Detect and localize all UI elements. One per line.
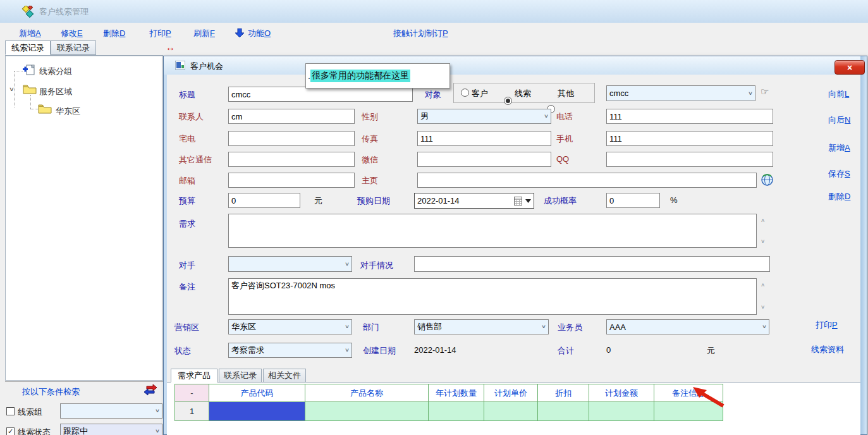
grid-header-product-code: 产品代码	[209, 384, 305, 402]
action-lead-info[interactable]: 线索资料	[811, 344, 844, 355]
wechat-input[interactable]	[417, 152, 551, 167]
grid-cell-annual-qty[interactable]	[429, 402, 484, 421]
home-phone-input[interactable]	[228, 131, 355, 146]
tab-contact-records[interactable]: 联系记录	[51, 40, 96, 55]
wechat-label: 微信	[362, 154, 378, 166]
demand-textarea[interactable]	[228, 214, 757, 248]
remark-label: 备注	[179, 281, 195, 293]
toolbar-item-print[interactable]: 打印P	[149, 28, 171, 39]
tab-related-files[interactable]: 相关文件	[263, 369, 306, 383]
title-input[interactable]: cmcc	[228, 87, 413, 102]
qq-input[interactable]	[606, 152, 773, 167]
remark-scroll-down-icon[interactable]: ∨	[761, 304, 765, 310]
lead-tree-panel	[5, 56, 163, 381]
salesman-label: 业务员	[558, 322, 582, 333]
lead-status-combo[interactable]: 跟踪中∨	[60, 424, 162, 435]
contact-label: 联系人	[179, 111, 204, 123]
radio-lead[interactable]	[504, 97, 512, 105]
other-contact-label: 其它通信	[179, 154, 212, 166]
mobile-label: 手机	[556, 133, 573, 145]
action-add[interactable]: 新增A	[828, 142, 850, 154]
toolbar-item-refresh[interactable]: 刷新F	[193, 28, 215, 39]
tab-lead-records[interactable]: 线索记录	[5, 40, 51, 55]
salesman-combo[interactable]: AAA∨	[606, 319, 769, 334]
budget-label: 预算	[179, 195, 195, 207]
demand-label: 需求	[179, 218, 195, 230]
search-title: 按以下条件检索	[22, 386, 80, 398]
action-next[interactable]: 向后N	[828, 114, 850, 126]
demand-scroll-down-icon[interactable]: ∨	[761, 238, 765, 244]
homepage-input[interactable]	[417, 173, 757, 188]
tree-item-service-region[interactable]: 服务区域	[39, 86, 72, 97]
gender-combo[interactable]: 男∨	[417, 109, 551, 124]
grid-cell-discount[interactable]	[538, 402, 589, 421]
fax-input[interactable]: 111	[417, 131, 551, 146]
tree-item-lead-group[interactable]: 线索分组	[39, 66, 72, 77]
close-button[interactable]: ×	[834, 60, 865, 75]
toolbar-item-edit[interactable]: 修改E	[61, 28, 83, 39]
department-label: 部门	[363, 322, 379, 333]
rival-info-input[interactable]	[414, 256, 770, 272]
tree-expander-icon[interactable]: ∨	[9, 86, 15, 93]
tree-item-east-china[interactable]: 华东区	[56, 106, 80, 117]
hand-pointer-icon[interactable]: ☞	[761, 86, 769, 97]
action-print[interactable]: 打印P	[816, 319, 838, 331]
total-label: 合计	[558, 345, 574, 357]
date-dropdown-icon[interactable]	[525, 199, 531, 203]
email-label: 邮箱	[179, 175, 195, 187]
lead-group-checkbox[interactable]	[6, 407, 15, 415]
total-unit: 元	[707, 345, 715, 357]
email-input[interactable]	[228, 173, 355, 188]
grid-header-plan-price: 计划单价	[484, 384, 538, 402]
status-combo[interactable]: 考察需求∨	[228, 343, 352, 358]
mobile-input[interactable]: 111	[606, 131, 773, 146]
homepage-label: 主页	[362, 175, 378, 187]
action-previous[interactable]: 向前L	[828, 89, 849, 100]
action-save[interactable]: 保存S	[828, 168, 850, 180]
phone-input[interactable]: 111	[606, 109, 773, 124]
remark-textarea[interactable]: 客户咨询SOT23-7002N mos	[228, 278, 757, 315]
window-title: 客户线索管理	[39, 6, 89, 18]
other-contact-input[interactable]	[228, 152, 355, 167]
toolbar-item-function[interactable]: 功能O	[248, 28, 271, 39]
radio-customer[interactable]	[461, 89, 469, 97]
swap-arrows-icon[interactable]	[144, 384, 157, 396]
tree-guide-line	[14, 71, 23, 72]
success-rate-label: 成功概率	[544, 195, 577, 207]
tab-contact-log[interactable]: 联系记录	[219, 369, 262, 383]
success-rate-input[interactable]: 0	[606, 193, 660, 208]
splitter-resize-icon[interactable]: ↔	[166, 42, 175, 52]
region-label: 营销区	[174, 322, 199, 333]
grid-header-annual-qty: 年计划数量	[429, 384, 484, 402]
grid-cell-product-code[interactable]	[209, 402, 305, 421]
purchase-date-label: 预购日期	[357, 195, 390, 207]
department-combo[interactable]: 销售部∨	[414, 319, 549, 334]
grid-cell-plan-amount[interactable]	[589, 402, 654, 421]
toolbar-item-new[interactable]: 新增A	[19, 28, 41, 39]
demand-scroll-up-icon[interactable]: ∧	[761, 218, 765, 223]
grid-cell-plan-price[interactable]	[484, 402, 538, 421]
target-ref-combo[interactable]: cmcc∨	[606, 85, 755, 101]
doc-plus-icon	[23, 64, 35, 76]
action-delete[interactable]: 删除D	[828, 191, 850, 202]
toolbar-item-contact-plan[interactable]: 接触计划制订P	[393, 28, 448, 39]
budget-unit: 元	[314, 195, 322, 207]
grid-header-discount: 折扣	[538, 384, 589, 402]
toolbar-item-delete[interactable]: 删除D	[103, 28, 125, 39]
globe-icon[interactable]	[761, 174, 773, 186]
target-label: 对象	[425, 89, 441, 101]
close-icon: ×	[847, 63, 852, 73]
region-combo[interactable]: 华东区∨	[228, 319, 352, 334]
dialog-title: 客户机会	[190, 61, 223, 72]
contact-input[interactable]: cm	[228, 109, 355, 124]
rival-combo[interactable]: ∨	[228, 256, 352, 272]
search-divider	[5, 381, 163, 382]
remark-scroll-up-icon[interactable]: ∧	[761, 282, 765, 288]
lead-status-checkbox[interactable]: ✓	[6, 427, 15, 435]
lead-group-combo[interactable]: ∨	[60, 403, 162, 419]
calendar-icon[interactable]	[514, 196, 522, 205]
budget-input[interactable]: 0	[228, 193, 300, 208]
grid-cell-product-name[interactable]	[305, 402, 429, 421]
purchase-date-input[interactable]: 2022-01-14	[414, 193, 534, 209]
tab-demand-products[interactable]: 需求产品	[171, 369, 217, 383]
